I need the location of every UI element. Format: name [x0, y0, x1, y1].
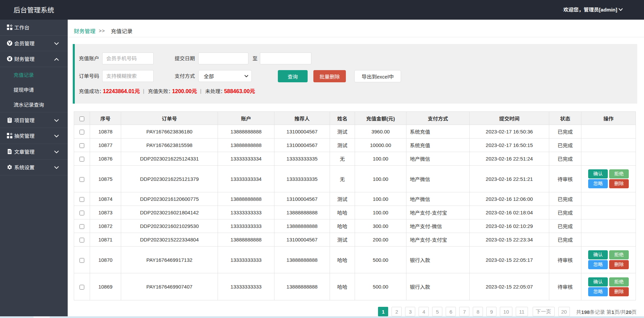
sidebar-item-label: 抽奖管理	[14, 132, 54, 139]
confirm-button[interactable]: 确认	[588, 169, 608, 178]
select-all-checkbox[interactable]	[80, 116, 84, 121]
summary-part: 条记录 第	[590, 309, 612, 315]
column-header: 序号	[90, 112, 121, 125]
row-checkbox[interactable]	[80, 177, 84, 182]
page-button-9[interactable]: 9	[486, 307, 496, 316]
column-header: 状态	[549, 112, 581, 125]
page-button-10[interactable]: 10	[500, 307, 512, 316]
row-checkbox[interactable]	[80, 238, 84, 242]
account-input[interactable]	[102, 52, 154, 64]
table-row: 10871DDP20230215222334804138888888881310…	[74, 233, 636, 247]
sidebar-item-articles[interactable]: 文章管理	[0, 144, 68, 160]
referrer: 13100004567	[274, 139, 330, 152]
chevron-down-icon	[54, 133, 59, 139]
ignore-button[interactable]: 忽略	[588, 260, 608, 269]
date-to-input[interactable]	[260, 52, 311, 64]
welcome-text: 欢迎您，管理员[admin]	[563, 6, 617, 13]
sidebar-item-workbench[interactable]: 工作台	[0, 20, 68, 36]
settings-icon	[6, 164, 13, 170]
confirm-button[interactable]: 确认	[588, 277, 608, 287]
row-checkbox[interactable]	[80, 224, 84, 229]
table-row: 10872DDP20230216021029530133333333331388…	[74, 219, 636, 233]
sidebar-subitem[interactable]: 提现申请	[0, 82, 68, 97]
row-checkbox[interactable]	[80, 285, 84, 290]
sidebar-item-label: 会员管理	[14, 40, 54, 47]
name: 无	[330, 152, 355, 166]
order-input[interactable]	[102, 70, 154, 82]
user-menu[interactable]: . 欢迎您，管理员[admin]	[562, 0, 623, 19]
reject-button[interactable]: 拒绝	[609, 277, 629, 287]
select-chevron-icon	[244, 75, 248, 78]
page-button-4[interactable]: 4	[419, 307, 429, 316]
page-button-8[interactable]: 8	[473, 307, 483, 316]
page-button-11[interactable]: 11	[516, 307, 528, 316]
row-checkbox[interactable]	[80, 130, 84, 134]
payment-method: 地产支付-支付宝	[406, 233, 470, 247]
sidebar-item-label: 财务管理	[14, 55, 54, 62]
account: 13888888888	[218, 125, 274, 139]
ignore-button[interactable]: 忽略	[588, 287, 608, 296]
next-page-button[interactable]: 下一页	[533, 307, 555, 316]
amount: 100.00	[355, 166, 406, 192]
payment-method: 银行入款	[406, 247, 470, 273]
status: 待审核	[549, 273, 581, 300]
sidebar-item-finance[interactable]: 财务管理	[0, 51, 68, 67]
page-button-3[interactable]: 3	[405, 307, 415, 316]
delete-button[interactable]: 删除	[609, 287, 629, 296]
project-icon	[6, 117, 13, 123]
sidebar: 工作台会员管理财务管理充值记录提现申请流水记录查询项目管理抽奖管理文章管理系统设…	[0, 20, 68, 316]
order-number: DDP20230216225121379	[121, 166, 218, 192]
row-select-cell	[74, 233, 90, 247]
page-button-1[interactable]: 1	[378, 307, 388, 316]
actions-group: 确认拒绝忽略删除	[581, 250, 636, 269]
delete-button[interactable]: 删除	[609, 179, 629, 188]
row-checkbox[interactable]	[80, 211, 84, 215]
date-label: 提交日期	[175, 52, 195, 64]
payment-method: 地产微信	[406, 152, 470, 166]
last-page-button[interactable]: 20	[558, 307, 570, 316]
search-button[interactable]: 查询	[278, 70, 308, 82]
name: 测试	[330, 125, 355, 139]
export-button[interactable]: 导出到excel中	[354, 70, 401, 82]
sidebar-item-settings[interactable]: 系统设置	[0, 160, 68, 175]
sidebar-submenu-finance: 充值记录提现申请流水记录查询	[0, 67, 68, 112]
main-content: 财务管理 >> 充值记录 充值账户 提交日期 至 订单号码 支付方式 全部 查询…	[68, 20, 644, 316]
ignore-button[interactable]: 忽略	[588, 179, 608, 188]
account-label: 充值账户	[79, 52, 99, 64]
sidebar-subitem[interactable]: 充值记录	[0, 67, 68, 82]
delete-button[interactable]: 删除	[609, 260, 629, 269]
date-from-input[interactable]	[198, 52, 248, 64]
row-checkbox[interactable]	[80, 197, 84, 202]
stat-success-value: 12243864.01元	[103, 87, 140, 95]
horizontal-scrollbar[interactable]	[0, 316, 644, 318]
row-checkbox[interactable]	[80, 143, 84, 148]
sidebar-item-label: 系统设置	[14, 164, 54, 171]
payment-select[interactable]: 全部	[198, 70, 252, 82]
page-button-2[interactable]: 2	[392, 307, 402, 316]
sidebar-item-label: 文章管理	[14, 148, 54, 155]
row-checkbox[interactable]	[80, 258, 84, 263]
reject-button[interactable]: 拒绝	[609, 169, 629, 178]
pagination-summary: 共198条记录 第1页/共20页	[576, 308, 637, 315]
order-number: PAY1676469917132	[121, 247, 218, 273]
page-button-7[interactable]: 7	[459, 307, 469, 316]
sidebar-subitem[interactable]: 流水记录查询	[0, 97, 68, 112]
row-select-cell	[74, 273, 90, 300]
row-select-cell	[74, 192, 90, 206]
breadcrumb-parent[interactable]: 财务管理	[74, 27, 95, 35]
reject-button[interactable]: 拒绝	[609, 250, 629, 259]
sidebar-item-lottery[interactable]: 抽奖管理	[0, 128, 68, 144]
sidebar-item-projects[interactable]: 项目管理	[0, 112, 68, 128]
order-number: DDP20230216120600775	[121, 192, 218, 206]
screen: 后台管理系统 . 欢迎您，管理员[admin] 工作台会员管理财务管理充值记录提…	[0, 0, 644, 318]
confirm-button[interactable]: 确认	[588, 250, 608, 259]
actions-group: 确认拒绝忽略删除	[581, 169, 636, 188]
row-checkbox[interactable]	[80, 157, 84, 162]
select-all-cell	[74, 112, 90, 125]
batch-delete-button[interactable]: 批量删除	[313, 70, 346, 82]
page-button-5[interactable]: 5	[432, 307, 442, 316]
sidebar-item-members[interactable]: 会员管理	[0, 36, 68, 51]
page-button-6[interactable]: 6	[446, 307, 456, 316]
table-row: 10873DDP20230216021804142133333333331388…	[74, 206, 636, 219]
topbar: 后台管理系统 . 欢迎您，管理员[admin]	[0, 0, 644, 20]
